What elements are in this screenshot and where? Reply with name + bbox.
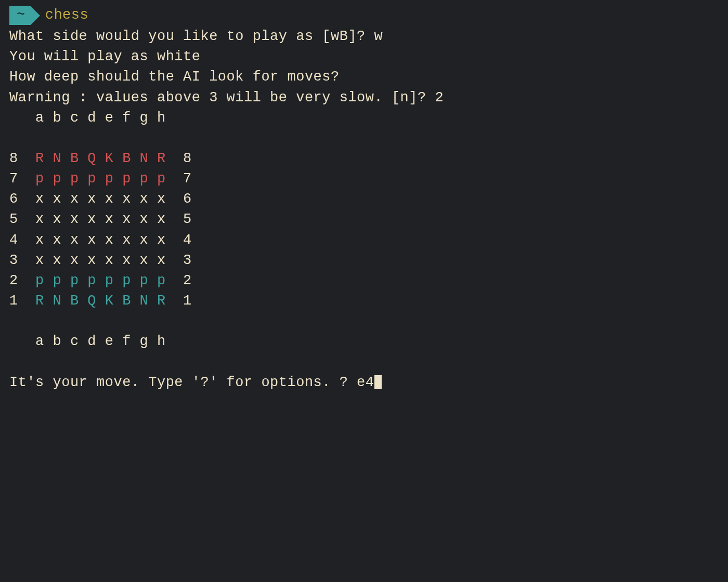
blank-line-3 — [9, 311, 719, 332]
rank-label-right: 3 — [166, 253, 192, 268]
rank-label-right: 8 — [166, 151, 192, 166]
board-row-2: 2 p p p p p p p p 2 — [9, 271, 719, 291]
command-text: chess — [45, 5, 89, 25]
prompt-line: ~ chess — [9, 5, 719, 25]
board-cells: R N B Q K B N R — [35, 293, 166, 309]
blank-line-4 — [9, 352, 719, 372]
prompt-path-badge: ~ — [9, 6, 31, 25]
rank-label-right: 5 — [166, 211, 192, 227]
question-side: What side would you like to play as [wB]… — [9, 27, 719, 47]
blank-line-2 — [9, 128, 719, 149]
board-cells: p p p p p p p p — [35, 273, 166, 288]
board-row-4: 4 x x x x x x x x 4 — [9, 230, 719, 250]
board-row-8: 8 R N B Q K B N R 8 — [9, 149, 719, 169]
rank-label-left: 7 — [9, 171, 35, 187]
board-row-6: 6 x x x x x x x x 6 — [9, 189, 719, 209]
rank-label-left: 8 — [9, 151, 35, 166]
board-row-3: 3 x x x x x x x x 3 — [9, 250, 719, 271]
cursor-icon — [374, 375, 382, 389]
rank-label-left: 4 — [9, 232, 35, 248]
board-cells: p p p p p p p p — [35, 171, 166, 187]
rank-label-left: 2 — [9, 273, 35, 288]
chess-board: 8 R N B Q K B N R 87 p p p p p p p p 76 … — [9, 149, 719, 311]
rank-label-right: 1 — [166, 293, 192, 309]
board-row-1: 1 R N B Q K B N R 1 — [9, 291, 719, 311]
board-cells: R N B Q K B N R — [35, 151, 166, 166]
board-cells: x x x x x x x x — [35, 191, 166, 207]
rank-label-right: 7 — [166, 171, 192, 187]
board-row-7: 7 p p p p p p p p 7 — [9, 169, 719, 189]
board-row-5: 5 x x x x x x x x 5 — [9, 209, 719, 230]
rank-label-left: 6 — [9, 191, 35, 207]
rank-label-left: 1 — [9, 293, 35, 309]
files-top: a b c d e f g h — [9, 108, 719, 128]
move-prompt-text: It's your move. Type '?' for options. ? … — [9, 375, 374, 390]
rank-label-right: 2 — [166, 273, 192, 288]
rank-label-left: 5 — [9, 211, 35, 227]
answer-side: You will play as white — [9, 47, 719, 67]
board-cells: x x x x x x x x — [35, 211, 166, 227]
rank-label-right: 6 — [166, 191, 192, 207]
board-cells: x x x x x x x x — [35, 253, 166, 268]
board-cells: x x x x x x x x — [35, 232, 166, 248]
rank-label-right: 4 — [166, 232, 192, 248]
files-bottom: a b c d e f g h — [9, 332, 719, 352]
warning-depth: Warning : values above 3 will be very sl… — [9, 88, 719, 108]
move-prompt-line[interactable]: It's your move. Type '?' for options. ? … — [9, 373, 719, 393]
rank-label-left: 3 — [9, 253, 35, 268]
prompt-path: ~ — [17, 5, 25, 25]
question-depth: How deep should the AI look for moves? — [9, 67, 719, 87]
terminal[interactable]: ~ chess What side would you like to play… — [0, 0, 728, 393]
